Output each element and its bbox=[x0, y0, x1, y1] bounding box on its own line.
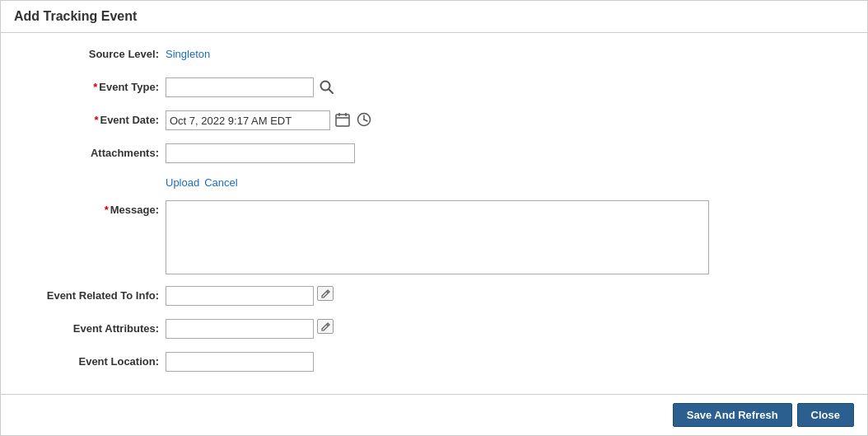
search-icon bbox=[319, 79, 335, 96]
event-type-value-container bbox=[166, 77, 851, 97]
svg-line-10 bbox=[326, 324, 328, 326]
event-attributes-edit-button[interactable] bbox=[317, 319, 334, 334]
event-location-label: Event Location: bbox=[17, 352, 166, 368]
required-star-message: * bbox=[105, 204, 109, 216]
event-attributes-value-container bbox=[166, 319, 851, 339]
add-tracking-event-dialog: Add Tracking Event Source Level: Singlet… bbox=[0, 0, 868, 436]
source-level-row: Source Level: Singleton bbox=[17, 45, 851, 66]
svg-line-9 bbox=[326, 291, 328, 293]
message-row: *Message: bbox=[17, 200, 851, 274]
message-label: *Message: bbox=[17, 200, 166, 216]
close-button[interactable]: Close bbox=[797, 403, 854, 427]
source-level-value-container: Singleton bbox=[166, 45, 851, 60]
message-value-container bbox=[166, 200, 851, 274]
save-and-refresh-button[interactable]: Save And Refresh bbox=[673, 403, 792, 427]
clock-icon bbox=[357, 112, 371, 127]
dialog-body: Source Level: Singleton *Event Type: bbox=[1, 33, 867, 394]
upload-cancel-row: Upload Cancel bbox=[166, 176, 851, 189]
event-type-label: *Event Type: bbox=[17, 77, 166, 93]
event-related-input[interactable] bbox=[166, 286, 314, 306]
edit-attributes-icon-svg bbox=[320, 321, 331, 332]
required-star-event-date: * bbox=[94, 114, 98, 126]
cancel-attachment-button[interactable]: Cancel bbox=[204, 176, 237, 189]
source-level-label: Source Level: bbox=[17, 45, 166, 60]
event-attributes-row: Event Attributes: bbox=[17, 319, 851, 340]
event-date-row: *Event Date: bbox=[17, 110, 851, 132]
dialog-title: Add Tracking Event bbox=[1, 1, 867, 33]
svg-line-1 bbox=[329, 90, 334, 94]
source-level-value: Singleton bbox=[166, 45, 210, 60]
event-attributes-label: Event Attributes: bbox=[17, 319, 166, 335]
event-date-value-container bbox=[166, 110, 851, 130]
event-related-row: Event Related To Info: bbox=[17, 286, 851, 307]
event-location-row: Event Location: bbox=[17, 352, 851, 373]
dialog-footer: Save And Refresh Close bbox=[1, 394, 867, 435]
message-textarea[interactable] bbox=[166, 200, 709, 274]
event-location-input[interactable] bbox=[166, 352, 314, 372]
attachments-input[interactable] bbox=[166, 143, 355, 163]
attachments-value-container bbox=[166, 143, 851, 163]
event-related-edit-button[interactable] bbox=[317, 286, 334, 301]
calendar-button[interactable] bbox=[334, 110, 352, 129]
edit-icon-svg bbox=[320, 288, 331, 299]
svg-line-8 bbox=[364, 120, 367, 121]
attachments-row: Attachments: bbox=[17, 143, 851, 165]
upload-button[interactable]: Upload bbox=[166, 176, 199, 189]
event-related-value-container bbox=[166, 286, 851, 306]
svg-rect-2 bbox=[336, 115, 349, 126]
event-type-input[interactable] bbox=[166, 77, 314, 97]
calendar-icon bbox=[335, 112, 350, 127]
attachments-label: Attachments: bbox=[17, 143, 166, 159]
event-date-input[interactable] bbox=[166, 110, 330, 130]
required-star-event-type: * bbox=[93, 81, 97, 93]
event-location-value-container bbox=[166, 352, 851, 372]
event-type-search-button[interactable] bbox=[317, 77, 337, 97]
event-attributes-input[interactable] bbox=[166, 319, 314, 339]
event-type-row: *Event Type: bbox=[17, 77, 851, 99]
event-date-label: *Event Date: bbox=[17, 110, 166, 126]
clock-button[interactable] bbox=[355, 110, 373, 129]
event-related-label: Event Related To Info: bbox=[17, 286, 166, 302]
